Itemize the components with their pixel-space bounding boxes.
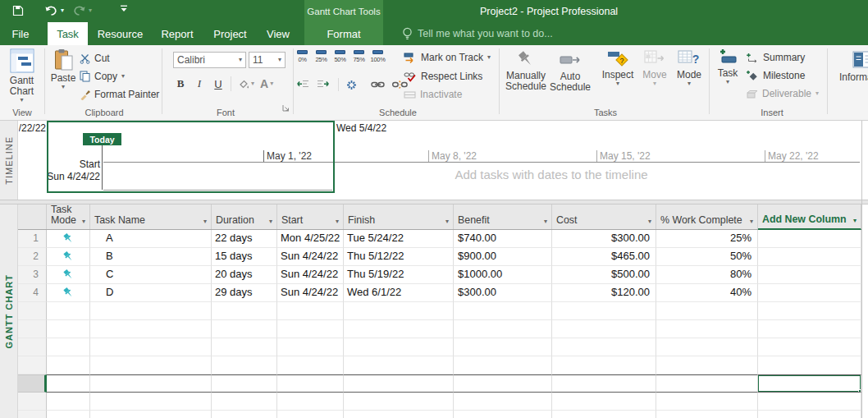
benefit-cell[interactable]: $740.00 [454,230,552,248]
tell-me-box[interactable]: Tell me what you want to do... [402,22,553,45]
task-name-cell[interactable]: D [90,284,212,302]
duration-cell[interactable]: 20 days [212,266,277,284]
bold-button[interactable]: B [174,77,187,90]
cost-cell[interactable]: $500.00 [552,266,656,284]
column-header-benefit[interactable]: Benefit▾ [454,204,552,229]
add-new-column-cell[interactable] [758,266,861,284]
tab-report[interactable]: Report [156,22,199,45]
respect-links-button[interactable]: Respect Links [404,71,482,82]
timeline-pane[interactable]: 4/22/22 Wed 5/4/22 May 1, '22 May 8, '22… [18,121,868,200]
cost-cell[interactable]: $300.00 [552,230,656,248]
column-header-start[interactable]: Start▾ [277,204,344,229]
pct-work-complete-cell[interactable]: 50% [656,248,758,266]
percent-100-button[interactable]: 100% [371,50,385,63]
duration-cell[interactable]: 29 days [212,284,277,302]
task-mode-cell[interactable] [47,230,90,248]
column-header-task-mode[interactable]: Task Mode▾ [47,204,90,229]
outdent-task-button[interactable] [295,80,309,90]
insert-summary-button[interactable]: Summary [746,52,805,63]
finish-cell[interactable]: Thu 5/19/22 [344,266,454,284]
manually-schedule-button[interactable]: Manually Schedule [504,50,548,92]
row-number[interactable]: 2 [18,248,47,266]
active-cell[interactable] [758,374,861,393]
benefit-cell[interactable]: $900.00 [454,248,552,266]
column-header-duration[interactable]: Duration▾ [212,204,277,229]
background-color-button[interactable]: ▾ [237,78,254,90]
information-button[interactable]: Information [835,50,868,83]
task-name-cell[interactable]: C [90,266,212,284]
underline-button[interactable]: U [212,78,225,90]
tab-file[interactable]: File [3,22,38,45]
mark-on-track-button[interactable]: Mark on Track ▾ [404,52,491,63]
format-painter-button[interactable]: Format Painter [80,89,159,100]
percent-0-button[interactable]: 0% [295,50,309,63]
inactivate-button[interactable]: Inactivate [404,89,462,100]
benefit-cell[interactable]: $1000.00 [454,266,552,284]
column-header-add-new-column[interactable]: Add New Column▾ [758,204,861,230]
pct-work-complete-cell[interactable]: 25% [656,230,758,248]
select-all-corner-cell[interactable] [18,204,47,229]
pct-work-complete-cell[interactable]: 40% [656,284,758,302]
task-mode-cell[interactable] [47,284,90,302]
tab-resource[interactable]: Resource [94,22,147,45]
pct-work-complete-cell[interactable]: 80% [656,266,758,284]
percent-50-button[interactable]: 50% [333,50,347,63]
task-mode-button[interactable]: ? Mode ▾ [671,49,707,87]
gantt-chart-view-button[interactable]: Gantt Chart ▾ [2,48,42,103]
insert-deliverable-button[interactable]: Deliverable ▾ [746,88,819,99]
add-new-column-cell[interactable] [758,284,861,302]
insert-milestone-button[interactable]: Milestone [746,70,805,81]
row-number[interactable]: 1 [18,230,47,248]
column-header-task-name[interactable]: Task Name▾ [90,204,212,229]
cost-cell[interactable]: $465.00 [552,248,656,266]
column-header-finish[interactable]: Finish▾ [344,204,454,229]
task-name-cell[interactable]: B [90,248,212,266]
task-mode-cell[interactable] [47,248,90,266]
paste-button[interactable]: Paste ▾ [48,48,79,90]
start-cell[interactable]: Sun 4/24/22 [277,266,344,284]
indent-task-button[interactable] [317,80,331,90]
selected-row-number-cell[interactable] [18,374,47,393]
task-name-cell[interactable]: A [90,230,212,248]
save-button[interactable] [12,5,24,16]
copy-button[interactable]: Copy ▾ [80,71,125,82]
tab-format[interactable]: Format [304,22,383,45]
link-tasks-button[interactable] [371,80,385,89]
insert-task-button[interactable]: Task ▾ [712,48,743,85]
start-cell[interactable]: Mon 4/25/22 [277,230,344,248]
font-color-button[interactable]: A ▾ [260,77,273,90]
duration-cell[interactable]: 15 days [212,248,277,266]
finish-cell[interactable]: Wed 6/1/22 [344,284,454,302]
add-new-column-cell[interactable] [758,230,861,248]
tab-project[interactable]: Project [208,22,252,45]
percent-75-button[interactable]: 75% [352,50,366,63]
font-name-combobox[interactable]: Calibri▾ [173,52,246,68]
font-size-combobox[interactable]: 11▾ [249,52,286,68]
start-cell[interactable]: Sun 4/24/22 [277,248,344,266]
redo-button[interactable]: ▾ [72,5,92,16]
auto-schedule-button[interactable]: Auto Schedule [548,50,592,93]
cost-cell[interactable]: $120.00 [552,284,656,302]
tab-task[interactable]: Task [48,22,88,45]
timeline-selection-box[interactable] [47,121,335,193]
font-dialog-launcher[interactable] [282,104,290,112]
table-chart-divider[interactable] [861,121,862,418]
start-cell[interactable]: Sun 4/24/22 [277,284,344,302]
add-new-column-cell[interactable] [758,248,861,266]
column-header-cost[interactable]: Cost▾ [552,204,656,229]
column-header-pct-work-complete[interactable]: % Work Complete▾ [656,204,758,229]
move-task-button[interactable]: Move ▾ [638,49,671,87]
split-task-button[interactable] [346,80,357,90]
italic-button[interactable]: I [193,77,206,90]
inspect-button[interactable]: ? Inspect ▾ [597,49,638,87]
row-number[interactable]: 4 [18,284,47,302]
row-number[interactable]: 3 [18,266,47,284]
finish-cell[interactable]: Thu 5/12/22 [344,248,454,266]
customize-quick-access-toolbar-button[interactable] [120,5,128,12]
percent-25-button[interactable]: 25% [314,50,328,63]
gantt-chart-pane-tab[interactable]: GANTT CHART [0,204,18,418]
cut-button[interactable]: Cut [80,53,110,64]
timeline-pane-tab[interactable]: TIMELINE [0,121,18,200]
duration-cell[interactable]: 22 days [212,230,277,248]
undo-button[interactable]: ▾ [44,5,64,16]
